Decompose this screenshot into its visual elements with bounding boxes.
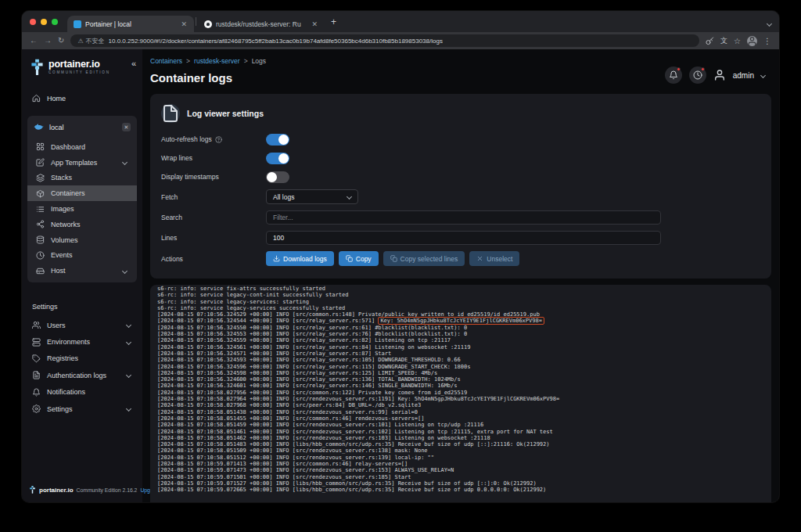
copy-button[interactable]: Copy [339, 251, 379, 266]
portainer-logo[interactable]: portainer.io COMMUNITY EDITION [22, 49, 142, 79]
log-line[interactable]: [2024-08-15 07:10:58.051462 +00:00] INFO… [157, 435, 764, 441]
log-line[interactable]: [2024-08-15 07:10:58.051461 +00:00] INFO… [157, 429, 764, 435]
environment-header[interactable]: local ✕ [27, 116, 137, 139]
log-line[interactable]: [2024-08-15 07:10:58.051512 +00:00] INFO… [157, 455, 764, 461]
user-avatar-icon[interactable] [713, 69, 726, 81]
sidebar-item-app-templates[interactable]: App Templates [27, 155, 137, 171]
chevron-down-icon [126, 372, 131, 378]
lines-input[interactable] [266, 231, 661, 245]
log-line[interactable]: s6-rc: info: service legacy-cont-init su… [157, 292, 764, 298]
log-line[interactable]: [2024-08-15 07:10:56.324544 +00:00] INFO… [157, 318, 764, 324]
breadcrumb-container-name[interactable]: rustdesk-server [182, 57, 240, 65]
tab-title: rustdesk/rustdesk-server: Ru [216, 20, 307, 28]
sidebar-item-host[interactable]: Host [27, 263, 137, 279]
log-line[interactable]: [2024-08-15 07:10:58.051455 +00:00] INFO… [157, 415, 764, 422]
log-line[interactable]: s6-rc: info: service legacy-services: st… [157, 299, 764, 305]
log-line[interactable]: s6-rc: info: service legacy-services suc… [157, 305, 764, 311]
chevron-down-icon[interactable] [760, 72, 766, 77]
unselect-button[interactable]: Unselect [469, 251, 519, 266]
sidebar-item-notifications[interactable]: Notifications [22, 384, 142, 401]
sidebar-item-registries[interactable]: Registries [22, 350, 142, 367]
database-icon [36, 235, 45, 244]
reload-button[interactable]: ↻ [58, 37, 64, 45]
log-line[interactable]: [2024-08-15 07:10:59.071473 +00:00] INFO… [157, 467, 764, 473]
log-line[interactable]: [2024-08-15 07:10:56.324571 +00:00] INFO… [157, 350, 764, 357]
log-line[interactable]: [2024-08-15 07:10:58.051509 +00:00] INFO… [157, 448, 764, 454]
maximize-window-button[interactable] [52, 19, 58, 25]
log-line[interactable]: [2024-08-15 07:10:56.324598 +00:00] INFO… [157, 370, 764, 376]
chevron-down-icon [126, 406, 131, 412]
log-line[interactable]: [2024-08-15 07:10:58.051483 +00:00] INFO… [157, 441, 764, 448]
search-input[interactable] [266, 210, 661, 225]
address-bar[interactable]: ⚠ 不安全 10.0.0.252:9000/#!/2/docker/contai… [70, 34, 699, 47]
breadcrumb-containers[interactable]: Containers [150, 57, 182, 65]
sidebar-item-networks[interactable]: Networks [27, 217, 137, 232]
copy-selected-lines-button[interactable]: Copy selected lines [383, 251, 465, 266]
fetch-label: Fetch [161, 193, 266, 201]
back-button[interactable]: ← [30, 37, 38, 45]
log-line[interactable]: [2024-08-15 07:10:56.324553 +00:00] INFO… [157, 331, 764, 337]
close-tab-icon[interactable]: ✕ [180, 20, 188, 28]
portainer-logo-icon [30, 59, 45, 76]
user-menu[interactable]: admin [733, 71, 754, 80]
download-logs-button[interactable]: Download logs [266, 251, 334, 266]
update-clock-button[interactable] [689, 66, 706, 84]
chevron-down-icon [126, 322, 131, 328]
log-line[interactable]: [2024-08-15 07:10:56.324596 +00:00] INFO… [157, 364, 764, 370]
log-line[interactable]: [2024-08-15 07:10:58.051459 +00:00] INFO… [157, 422, 764, 428]
sidebar-item-dashboard[interactable]: Dashboard [27, 139, 137, 155]
bookmark-star-icon[interactable]: ☆ [734, 37, 741, 45]
security-warning-badge[interactable]: ⚠ 不安全 [77, 37, 104, 45]
log-line[interactable]: [2024-08-15 07:10:59.071413 +00:00] INFO… [157, 461, 764, 467]
browser-menu-icon[interactable]: ⋮ [763, 37, 771, 45]
sidebar-item-label: Home [47, 95, 66, 102]
sidebar-item-home[interactable]: Home [22, 87, 142, 110]
log-line[interactable]: [2024-08-15 07:10:56.324593 +00:00] INFO… [157, 357, 764, 363]
log-line[interactable]: [2024-08-15 07:10:56.324561 +00:00] INFO… [157, 344, 764, 350]
auto-refresh-toggle[interactable] [266, 134, 289, 146]
help-circle-icon[interactable] [215, 136, 222, 143]
notifications-bell-button[interactable] [665, 66, 682, 84]
sidebar-item-users[interactable]: Users [22, 317, 142, 333]
sidebar-item-containers[interactable]: Containers [27, 185, 137, 201]
log-line[interactable]: [2024-08-15 07:10:59.071501 +00:00] INFO… [157, 474, 764, 480]
chevron-down-icon [122, 160, 128, 165]
log-line[interactable]: [2024-08-15 07:10:58.027964 +00:00] INFO… [157, 396, 764, 402]
environment-close-icon[interactable]: ✕ [122, 123, 131, 131]
sidebar-collapse-icon[interactable]: « [131, 59, 136, 68]
logo-subtitle: COMMUNITY EDITION [48, 70, 110, 74]
log-line[interactable]: [2024-08-15 07:10:58.027956 +00:00] INFO… [157, 390, 764, 396]
sidebar-item-stacks[interactable]: Stacks [27, 171, 137, 186]
log-line[interactable]: [2024-08-15 07:10:56.324550 +00:00] INFO… [157, 325, 764, 331]
log-line[interactable]: [2024-08-15 07:10:59.072665 +00:00] INFO… [157, 487, 764, 493]
sidebar-item-settings[interactable]: Settings [22, 401, 142, 417]
translate-icon[interactable]: 文 [720, 36, 727, 46]
new-tab-button[interactable]: + [331, 16, 336, 27]
highlighted-key: Key: 5hO4mN5gpJHbku8TcJcYEIY9E1FjlCGKREV… [378, 317, 544, 325]
log-line[interactable]: s6-rc: info: service fix-attrs successfu… [157, 286, 764, 292]
log-line[interactable]: [2024-08-15 07:10:56.324559 +00:00] INFO… [157, 337, 764, 343]
close-tab-icon[interactable]: ✕ [311, 20, 318, 28]
file-icon [161, 104, 180, 123]
sidebar-item-volumes[interactable]: Volumes [27, 232, 137, 248]
log-line[interactable]: [2024-08-15 07:10:58.051438 +00:00] INFO… [157, 409, 764, 415]
minimize-window-button[interactable] [41, 19, 47, 25]
browser-profile-avatar[interactable] [747, 36, 757, 46]
password-key-icon[interactable] [706, 37, 714, 45]
log-line[interactable]: [2024-08-15 07:10:58.027968 +00:00] INFO… [157, 402, 764, 408]
sidebar-item-events[interactable]: Events [27, 247, 137, 263]
tab-search-icon[interactable] [767, 15, 771, 29]
sidebar-item-authentication-logs[interactable]: Authentication logs [22, 367, 142, 383]
fetch-select[interactable]: All logs [266, 189, 358, 204]
tab-portainer[interactable]: Portainer | local ✕ [67, 16, 194, 32]
close-window-button[interactable] [30, 19, 36, 25]
forward-button[interactable]: → [44, 37, 52, 45]
log-line[interactable]: [2024-08-15 07:10:59.071527 +00:00] INFO… [157, 480, 764, 487]
log-line[interactable]: [2024-08-15 07:10:56.324601 +00:00] INFO… [157, 383, 764, 389]
display-timestamps-toggle[interactable] [266, 171, 289, 183]
tab-github[interactable]: rustdesk/rustdesk-server: Ru ✕ [198, 16, 325, 32]
sidebar-item-environments[interactable]: Environments [22, 333, 142, 350]
sidebar-item-images[interactable]: Images [27, 201, 137, 217]
wrap-lines-toggle[interactable] [266, 153, 289, 164]
log-line[interactable]: [2024-08-15 07:10:56.324600 +00:00] INFO… [157, 376, 764, 383]
